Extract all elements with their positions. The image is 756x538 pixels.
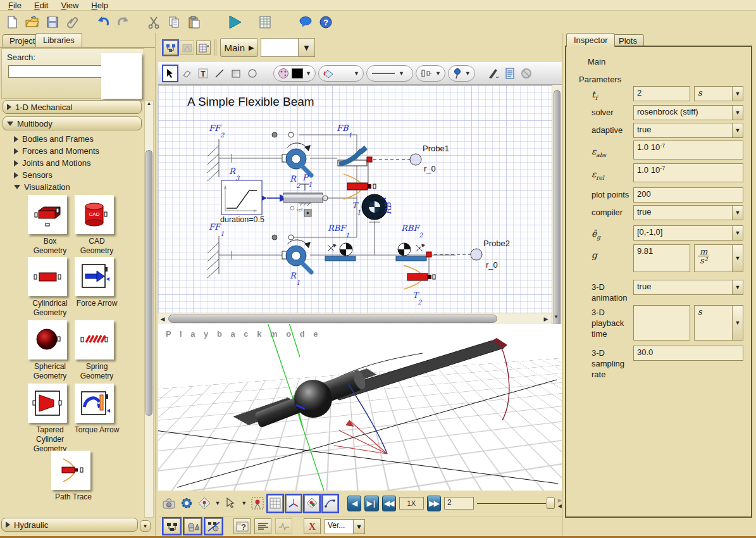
section-1d-mechanical[interactable]: 1-D Mechanical [3,100,142,114]
datasheet-button[interactable] [257,14,273,30]
param-3d-sampling-rate-input[interactable]: 30.0 [633,346,743,361]
attach-button[interactable] [65,14,81,30]
tree-bodies-and-frames[interactable]: Bodies and Frames [14,134,94,144]
run-simulation-button[interactable] [226,14,243,30]
close-console-button[interactable]: X [304,518,321,534]
scroll-right-arrow[interactable]: ▶ [542,316,550,322]
prismatic-joint-p1[interactable]: ref [283,184,328,216]
disable-button[interactable] [519,66,533,81]
scrollbar-thumb[interactable] [554,90,561,362]
component-cad-geometry[interactable]: CAD CAD Geometry [75,195,119,256]
ellipse-tool[interactable] [245,66,259,81]
camera-button[interactable] [162,495,177,511]
tab-libraries[interactable]: Libraries [35,33,82,47]
text-tool[interactable]: T [196,66,210,81]
diagram-view-button[interactable] [163,41,178,55]
param-compiler-dropdown[interactable]: true▼ [633,205,743,220]
rigid-body-frame-rbf2[interactable] [396,243,431,261]
document-properties-button[interactable] [503,66,517,81]
line-tool[interactable] [213,66,226,81]
component-force-arrow[interactable]: Force Arrow [75,257,119,308]
rectangle-tool[interactable] [229,66,243,81]
ramp-source-r3[interactable] [221,180,267,215]
open-button[interactable] [24,14,40,30]
align-dropdown[interactable]: ▼ [416,65,445,82]
fast-forward-button[interactable]: ▶▶ [427,496,441,511]
param-eg-dropdown[interactable]: [0,-1,0]▼ [633,225,743,241]
param-g-unit-dropdown[interactable]: m s² ▼ [694,244,743,272]
model-tree-button[interactable] [180,41,194,55]
param-g-input[interactable]: 9.81 [633,244,690,272]
fit-scene-button[interactable] [250,495,264,511]
paste-button[interactable] [186,14,202,30]
tree-visualization[interactable]: Visualization [14,182,70,192]
menu-edit[interactable]: Edit [28,1,54,10]
redo-button[interactable] [115,14,132,30]
zoom-dropdown-arrow[interactable]: ▼ [298,39,314,56]
view-orientation-button[interactable] [197,495,212,511]
toggle-axes-button[interactable] [286,495,301,512]
breadcrumb-main-button[interactable]: Main ▶ [220,38,258,57]
eraser-tool[interactable] [180,66,194,81]
probe2[interactable] [471,249,482,260]
section-multibody[interactable]: Multibody [3,116,142,130]
combined-mode-button[interactable] [205,518,222,534]
tab-plots[interactable]: Plots [612,34,644,47]
revolute-joint-r2[interactable] [272,132,311,175]
pen-color-dropdown[interactable]: ▼ [273,65,316,82]
dropdown-arrow-icon[interactable]: ▼ [215,500,221,506]
left-panel-scrollbar[interactable]: ▲ [144,100,154,518]
signal-pane-button[interactable] [275,518,292,534]
select-tool[interactable] [163,66,177,81]
fixed-frame-ff2[interactable] [208,139,219,181]
fill-color-dropdown[interactable]: ▼ [318,65,364,82]
param-3d-animation-dropdown[interactable]: true▼ [633,280,743,295]
toggle-grid-button[interactable] [268,495,283,512]
version-dropdown-arrow[interactable]: ▼ [353,520,364,534]
toggle-trace-button[interactable] [323,495,338,512]
param-tf-unit-dropdown[interactable]: s▼ [694,86,743,101]
model-diagram-canvas[interactable]: A Simple Flexible Beam [158,85,552,313]
probe1[interactable] [410,154,421,165]
menu-view[interactable]: View [55,1,84,10]
line-style-dropdown[interactable]: ▼ [366,65,413,82]
section-list-dropdown[interactable]: ▼ [140,520,151,532]
settings-gear-button[interactable] [180,495,194,511]
pin-dropdown[interactable]: ▼ [448,65,475,82]
menu-help[interactable]: Help [85,1,114,10]
component-torque-arrow[interactable]: Torque Arrow [75,384,119,435]
step-forward-button[interactable]: ▶❘ [364,496,378,511]
tab-inspector[interactable]: Inspector [566,33,615,47]
canvas-vertical-scrollbar[interactable]: ▼ [552,85,562,324]
menu-file[interactable]: File [3,1,27,10]
toggle-geometry-button[interactable] [304,495,319,512]
component-tapered-cylinder-geometry[interactable]: Tapered Cylinder Geometry [28,384,72,454]
parameters-view-button[interactable]: # [196,41,211,55]
tree-forces-and-moments[interactable]: Forces and Moments [14,146,99,156]
component-cylindrical-geometry[interactable]: Cylindrical Geometry [28,257,72,318]
tree-sensors[interactable]: Sensors [14,170,53,180]
cut-button[interactable] [146,14,162,30]
rewind-button[interactable]: ◀◀ [382,496,396,511]
param-tf-input[interactable]: 2 [633,86,690,101]
revolute-joint-r1[interactable] [272,235,311,272]
component-spring-geometry[interactable]: Spring Geometry [75,320,119,381]
tree-joints-and-motions[interactable]: Joints and Motions [14,158,90,168]
param-3d-playback-time-input[interactable] [633,305,690,341]
path-trace-t2[interactable] [404,265,435,289]
param-3d-playback-time-unit-dropdown[interactable]: s▼ [694,305,743,341]
canvas-horizontal-scrollbar[interactable]: ◀ ▶ [158,313,552,324]
play-reverse-button[interactable]: ◀ [347,496,361,511]
scroll-left-arrow[interactable]: ◀ [158,316,167,322]
zoom-combobox[interactable]: ▼ [261,38,315,57]
param-adaptive-dropdown[interactable]: true▼ [633,123,743,138]
search-input[interactable] [8,65,102,78]
new-document-button[interactable] [4,14,20,30]
component-path-trace[interactable]: Path Trace [51,451,96,502]
flexible-beam-fb1[interactable] [338,146,372,166]
3d-mode-button[interactable] [184,518,201,534]
3d-select-button[interactable] [223,495,238,511]
param-eps-rel-input[interactable]: 1.0 10-7 [633,163,743,182]
help-pane-button[interactable]: ? [233,518,251,534]
param-plot-points-input[interactable]: 200 [633,187,743,203]
